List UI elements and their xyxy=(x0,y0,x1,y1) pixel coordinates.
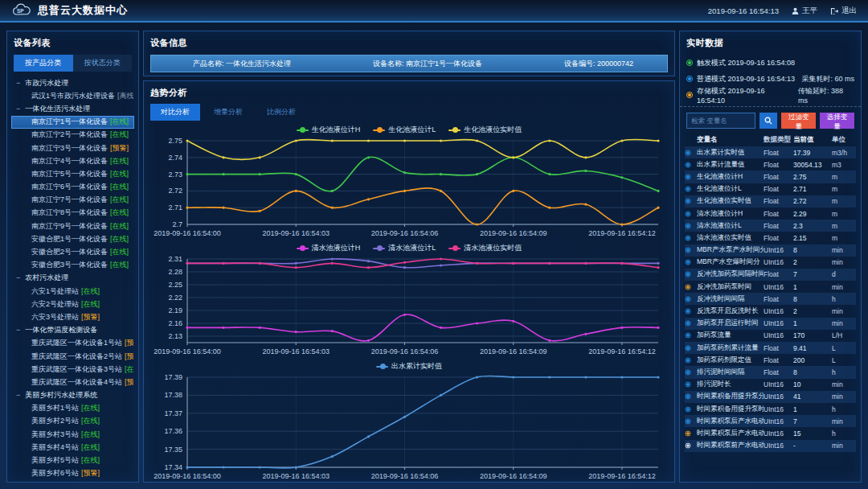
variable-row[interactable]: 反冲洗时间间隔Float8h xyxy=(685,293,856,305)
device-item[interactable]: 南京江宁8号一体化设备[在线] xyxy=(11,207,134,220)
legend-item[interactable]: 出水累计实时值 xyxy=(376,361,442,372)
legend-item[interactable]: 生化池液位计L xyxy=(373,125,436,135)
variable-row[interactable]: 反冲洗加药泵间隔时间Float7d xyxy=(685,269,856,281)
collapse-icon[interactable]: − xyxy=(16,105,20,113)
device-item[interactable]: 美丽乡村2号站[在线] xyxy=(11,415,134,428)
device-item[interactable]: 武汉1号市政污水处理设备[离线] xyxy=(11,89,134,102)
collapse-icon[interactable]: − xyxy=(16,274,20,281)
svg-text:2019-09-16 16:54:12: 2019-09-16 16:54:12 xyxy=(588,472,656,480)
variable-search-input[interactable] xyxy=(686,113,755,129)
device-status-tag: [在线] xyxy=(110,117,129,127)
device-item[interactable]: 南京江宁9号一体化设备[在线] xyxy=(11,220,134,232)
variable-row[interactable]: 反冲洗加药泵时间UInt161min xyxy=(685,281,856,293)
variable-row-icon xyxy=(686,394,691,400)
collapse-icon[interactable]: − xyxy=(16,327,20,334)
device-item[interactable]: 安徽合肥2号一体化设备[在线] xyxy=(11,245,134,258)
device-item[interactable]: 六安2号处理站[在线] xyxy=(11,298,134,310)
variable-row-icon xyxy=(686,211,691,216)
variable-row[interactable]: 加药泵药剂限定值Float200L xyxy=(685,354,856,366)
device-item[interactable]: 美丽乡村1号站[在线] xyxy=(11,402,134,415)
device-group[interactable]: −一体化带温度检测设备 xyxy=(11,324,134,337)
variable-unit: m xyxy=(832,185,856,193)
variable-value: 10 xyxy=(793,380,832,388)
legend-label: 清水池液位计L xyxy=(388,243,436,253)
device-item[interactable]: 南京江宁4号一体化设备[在线] xyxy=(11,154,134,167)
variable-unit: min xyxy=(832,283,856,291)
device-item[interactable]: 南京江宁5号一体化设备[在线] xyxy=(11,167,134,180)
variable-unit: m xyxy=(832,173,856,181)
device-item[interactable]: 六安3号处理站[预警] xyxy=(11,310,134,323)
variable-row[interactable]: 加药泵药剂累计流量Float9.41L xyxy=(685,342,856,354)
tab-increment-analysis[interactable]: 增量分析 xyxy=(203,104,253,121)
variable-name: 加药泵流量 xyxy=(697,331,764,340)
variable-row[interactable]: 时间累积泵前产水电动阀分UInt16-min xyxy=(685,440,856,452)
device-item[interactable]: 美丽乡村5号站[在线] xyxy=(11,454,134,466)
tab-by-status[interactable]: 按状态分类 xyxy=(73,55,133,72)
legend-item[interactable]: 生化池液位实时值 xyxy=(448,125,522,135)
device-item[interactable]: 重庆武隆区一体化设备4号站[预警] xyxy=(11,376,134,388)
legend-item[interactable]: 清水池液位计H xyxy=(297,243,361,253)
tab-ratio-analysis[interactable]: 比例分析 xyxy=(256,104,306,121)
device-item[interactable]: 南京江宁6号一体化设备[在线] xyxy=(11,181,134,194)
mode-status-row: 普通模式 2019-09-16 16:54:13采集耗时: 60 ms xyxy=(686,71,854,87)
legend-item[interactable]: 生化池液位计H xyxy=(297,125,361,135)
variable-unit: m xyxy=(832,222,856,230)
variable-name: 时间累积备用提升泵分 xyxy=(697,392,764,401)
variable-row[interactable]: 出水累计流量值Float30054.13m3 xyxy=(685,158,856,171)
device-item[interactable]: 美丽乡村6号站[预警] xyxy=(11,467,134,480)
variable-row[interactable]: 时间累积泵后产水电动阀分UInt167min xyxy=(685,415,856,427)
svg-text:2019-09-16 16:54:09: 2019-09-16 16:54:09 xyxy=(480,347,547,355)
variable-name: 生化池液位实时值 xyxy=(697,196,764,206)
device-item[interactable]: 南京江宁3号一体化设备[预警] xyxy=(11,142,134,154)
variable-name: 反洗泵开启反洗时长 xyxy=(697,306,764,316)
variable-row[interactable]: 时间累积备用提升泵分UInt1641min xyxy=(685,391,856,403)
variable-row[interactable]: 排污泥时间间隔Float8h xyxy=(685,366,856,378)
device-group[interactable]: −一体化生活污水处理 xyxy=(11,102,134,115)
variable-row[interactable]: MBR产水泵产水时间分UInt168min xyxy=(685,244,856,257)
tab-by-product[interactable]: 按产品分类 xyxy=(14,55,73,72)
variable-row[interactable]: 加药泵开启运行时间UInt161min xyxy=(685,318,856,330)
variable-row[interactable]: 生化池液位计HFloat2.75m xyxy=(685,171,856,183)
variable-row[interactable]: 出水累计实时值Float17.39m3/h xyxy=(685,146,856,158)
collapse-icon[interactable]: − xyxy=(16,392,20,399)
search-button[interactable] xyxy=(760,113,777,129)
device-item[interactable]: 重庆武隆区一体化设备1号站[预警] xyxy=(11,337,134,350)
legend-item[interactable]: 清水池液位实时值 xyxy=(448,243,522,253)
device-group[interactable]: −农村污水处理 xyxy=(11,272,134,285)
variable-row[interactable]: 时间累积备用提升泵时UInt161h xyxy=(685,403,856,415)
select-variable-button[interactable]: 选择变量 xyxy=(820,113,854,129)
device-item[interactable]: 南京江宁7号一体化设备[在线] xyxy=(11,194,134,207)
device-item[interactable]: 美丽乡村4号站[在线] xyxy=(11,441,134,454)
variable-row[interactable]: MBR产水空爆时间分UInt162min xyxy=(685,257,856,269)
variable-unit: min xyxy=(832,417,856,425)
variable-row[interactable]: 时间累积泵后产水电动阀时UInt1615h xyxy=(685,427,856,439)
device-item[interactable]: 南京江宁1号一体化设备[在线] xyxy=(11,116,134,129)
logout-button[interactable]: 退出 xyxy=(830,6,857,16)
variable-row[interactable]: 清水池液位计HFloat2.29m xyxy=(685,208,856,220)
device-group[interactable]: −市政污水处理 xyxy=(11,76,134,89)
svg-text:2.13: 2.13 xyxy=(168,332,182,340)
mode-status-metric: 传输延时: 388 ms xyxy=(798,86,854,105)
variable-value: 2.15 xyxy=(793,234,832,242)
device-item[interactable]: 美丽乡村3号站[在线] xyxy=(11,428,134,441)
variable-type: UInt16 xyxy=(764,405,793,413)
variable-row[interactable]: 反洗泵开启反洗时长UInt162min xyxy=(685,305,856,317)
tab-compare-analysis[interactable]: 对比分析 xyxy=(150,104,200,121)
variable-row[interactable]: 清水池液位计LFloat2.3m xyxy=(685,220,856,232)
variable-row[interactable]: 生化池液位实时值Float2.72m xyxy=(685,195,856,208)
device-item[interactable]: 安徽合肥3号一体化设备[在线] xyxy=(11,259,134,272)
variable-row[interactable]: 加药泵流量UInt16170L/H xyxy=(685,330,856,342)
variable-row[interactable]: 排污泥时长UInt1610min xyxy=(685,379,856,391)
collapse-icon[interactable]: − xyxy=(16,80,20,87)
device-item[interactable]: 南京江宁2号一体化设备[在线] xyxy=(11,129,134,142)
device-item[interactable]: 安徽合肥1号一体化设备[在线] xyxy=(11,232,134,245)
variable-row[interactable]: 清水池液位实时值Float2.15m xyxy=(685,232,856,244)
device-item[interactable]: 六安1号处理站[在线] xyxy=(11,285,134,298)
filter-variable-button[interactable]: 过滤变量 xyxy=(781,113,816,129)
device-item[interactable]: 重庆武隆区一体化设备3号站[在线] xyxy=(11,363,134,376)
variable-row[interactable]: 生化池液位计LFloat2.71m xyxy=(685,183,856,195)
legend-item[interactable]: 清水池液位计L xyxy=(373,243,436,253)
device-item[interactable]: 重庆武隆区一体化设备2号站[预警] xyxy=(11,350,134,363)
user-menu[interactable]: 王平 xyxy=(792,6,817,16)
device-group[interactable]: −美丽乡村污水处理系统 xyxy=(11,389,134,402)
